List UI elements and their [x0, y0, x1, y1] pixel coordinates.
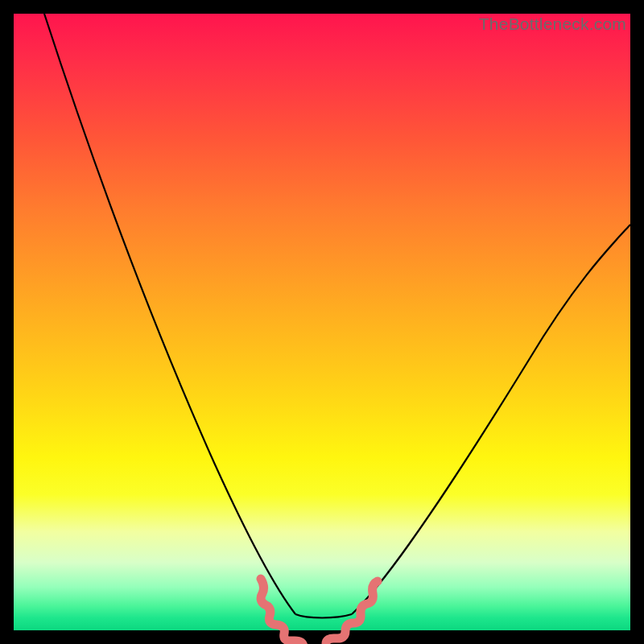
outer-frame: TheBottleneck.com [0, 0, 644, 644]
valley-floor [295, 614, 352, 618]
watermark-text: TheBottleneck.com [479, 14, 626, 34]
curves-svg [14, 14, 630, 630]
right-curve [352, 225, 630, 614]
left-curve [44, 14, 295, 614]
